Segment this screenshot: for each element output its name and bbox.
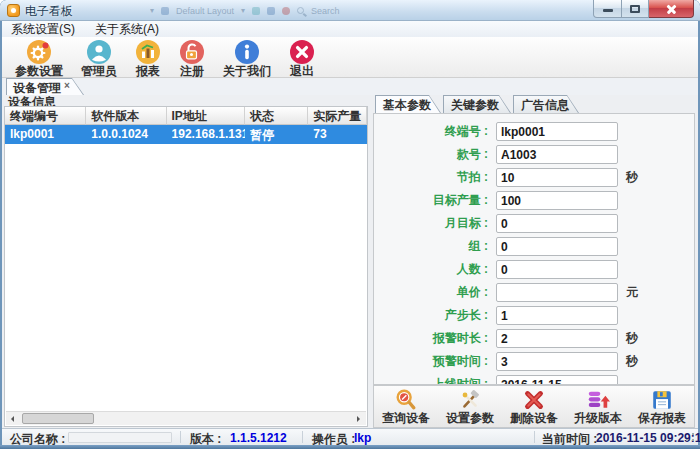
tab-device-management[interactable]: 设备管理 × [6, 78, 84, 95]
step-input[interactable] [496, 306, 618, 325]
form-row: 上线时间 : [374, 373, 694, 385]
app-icon [7, 4, 20, 17]
menu-system-settings[interactable]: 系统设置(S) [8, 21, 78, 38]
maximize-button[interactable] [622, 0, 649, 18]
toolbar-button-label: 报表 [136, 65, 160, 78]
prewarn-time-input[interactable] [496, 352, 618, 371]
form-row: 单价 : 元 [374, 281, 694, 304]
admin-button[interactable]: 管理员 [72, 38, 126, 79]
action-button-label: 删除设备 [510, 412, 558, 425]
field-label: 终端号 : [374, 123, 488, 140]
query-device-button[interactable]: 查询设备 [374, 388, 438, 425]
company-value-field [68, 432, 172, 443]
tab-label: 基本参数 [383, 97, 431, 114]
tab-basic-params[interactable]: 基本参数 [375, 95, 441, 113]
column-header-ip[interactable]: IP地址 [167, 107, 245, 125]
statusbar-separator [534, 431, 535, 443]
device-panel: 设备信息 终端编号 软件版本 IP地址 状态 实际产量 lkp0001 1.0.… [4, 95, 369, 428]
document-tabstrip: 设备管理 × [2, 78, 698, 95]
field-label: 报警时长 : [374, 330, 488, 347]
toolbar-button-label: 管理员 [81, 65, 117, 78]
scroll-left-arrow[interactable] [6, 412, 21, 425]
report-button[interactable]: 报表 [126, 38, 170, 79]
field-label: 产步长 : [374, 307, 488, 324]
people-count-input[interactable] [496, 260, 618, 279]
window-controls [593, 0, 694, 18]
field-label: 节拍 : [374, 169, 488, 186]
window-bottom-border [0, 445, 700, 449]
version-value: 1.1.5.1212 [230, 431, 287, 445]
action-button-label: 升级版本 [574, 412, 622, 425]
param-panel: 基本参数 关键参数 广告信息 终端号 : 款号 : 节拍 : [373, 95, 696, 428]
tab-close-icon[interactable]: × [64, 80, 70, 91]
style-no-input[interactable] [496, 145, 618, 164]
field-label: 月目标 : [374, 215, 488, 232]
save-floppy-icon [650, 388, 674, 412]
toolbar-button-label: 退出 [290, 65, 314, 78]
column-header-status[interactable]: 状态 [245, 107, 308, 125]
about-us-button[interactable]: 关于我们 [214, 38, 280, 79]
ghost-app-icon [161, 7, 169, 15]
cell-output: 73 [308, 125, 367, 144]
minimize-button[interactable] [593, 0, 622, 18]
toolbar-button-label: 参数设置 [15, 65, 63, 78]
statusbar: 公司名称 : 版本 : 1.1.5.1212 操作员 : lkp 当前时间 : … [2, 428, 698, 445]
capture-overlay-ghost: ▾ Default Layout ▾ Search [150, 3, 340, 18]
column-header-terminal[interactable]: 终端编号 [5, 107, 86, 125]
upgrade-version-button[interactable]: 升级版本 [566, 388, 630, 425]
action-button-label: 设置参数 [446, 412, 494, 425]
app-window: 电子看板 ▾ Default Layout ▾ Search 系统设置(S) 关… [0, 0, 700, 449]
takt-input[interactable] [496, 168, 618, 187]
exit-button[interactable]: 退出 [280, 38, 324, 79]
scroll-right-arrow[interactable] [351, 412, 366, 425]
field-label: 目标产量 : [374, 192, 488, 209]
cell-ip: 192.168.1.131 [167, 125, 245, 144]
month-target-input[interactable] [496, 214, 618, 233]
unit-price-input[interactable] [496, 283, 618, 302]
titlebar[interactable]: 电子看板 ▾ Default Layout ▾ Search [0, 0, 700, 21]
form-row: 目标产量 : [374, 189, 694, 212]
cell-version: 1.0.0.1024 [86, 125, 166, 144]
field-label: 上线时间 : [374, 376, 488, 385]
column-header-output[interactable]: 实际产量 [308, 107, 367, 125]
chevron-down-icon: ▾ [150, 6, 154, 15]
field-label: 预警时间 : [374, 353, 488, 370]
maximize-icon [630, 5, 640, 13]
alarm-duration-input[interactable] [496, 329, 618, 348]
horizontal-scrollbar[interactable] [6, 411, 366, 425]
online-time-input[interactable] [496, 375, 618, 385]
ghost-tool-icon [267, 7, 275, 15]
user-icon [86, 39, 112, 65]
cell-status: 暂停 [245, 125, 308, 144]
close-button[interactable] [649, 0, 694, 18]
delete-device-button[interactable]: 删除设备 [502, 388, 566, 425]
save-report-button[interactable]: 保存报表 [630, 388, 694, 425]
field-label: 组 : [374, 238, 488, 255]
form-row: 人数 : [374, 258, 694, 281]
exit-icon [289, 39, 315, 65]
statusbar-separator [180, 431, 181, 443]
tab-label: 关键参数 [451, 97, 499, 114]
group-input[interactable] [496, 237, 618, 256]
search-icon [394, 388, 418, 412]
field-unit: 秒 [626, 353, 638, 370]
tab-ad-info[interactable]: 广告信息 [513, 95, 579, 113]
toolbar-button-label: 关于我们 [223, 65, 271, 78]
ghost-tool-icon [252, 7, 260, 15]
toolbar-button-label: 注册 [180, 65, 204, 78]
column-header-version[interactable]: 软件版本 [86, 107, 166, 125]
resize-grip[interactable] [685, 432, 695, 442]
tools-icon [458, 388, 482, 412]
set-params-button[interactable]: 设置参数 [438, 388, 502, 425]
action-button-label: 保存报表 [638, 412, 686, 425]
param-settings-button[interactable]: 参数设置 [6, 38, 72, 79]
tab-key-params[interactable]: 关键参数 [443, 95, 511, 113]
table-row[interactable]: lkp0001 1.0.0.1024 192.168.1.131 暂停 73 [5, 125, 367, 144]
form-row: 节拍 : 秒 [374, 166, 694, 189]
register-button[interactable]: 注册 [170, 38, 214, 79]
menu-about-system[interactable]: 关于系统(A) [92, 21, 162, 38]
scrollbar-thumb[interactable] [22, 413, 94, 424]
field-unit: 秒 [626, 169, 638, 186]
terminal-no-input[interactable] [496, 122, 618, 141]
target-output-input[interactable] [496, 191, 618, 210]
